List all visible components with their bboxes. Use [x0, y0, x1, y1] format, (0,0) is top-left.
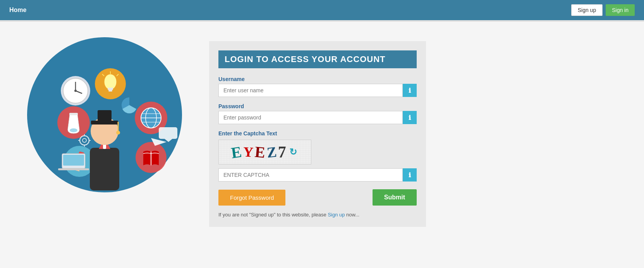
username-label: Username — [218, 76, 417, 82]
header-buttons: Sign up Sign in — [571, 4, 635, 16]
captcha-image: E Y E Z 7 ↻ — [218, 140, 311, 164]
svg-rect-43 — [91, 121, 118, 124]
svg-point-7 — [104, 74, 117, 90]
form-actions: Forgot Password Submit — [218, 189, 417, 206]
captcha-label: Enter the Captcha Text — [218, 130, 417, 137]
login-title: LOGIN TO ACCESS YOUR ACCOUNT — [218, 50, 417, 68]
captcha-letter-y: Y — [243, 144, 255, 161]
svg-rect-9 — [108, 90, 112, 92]
signup-button[interactable]: Sign up — [571, 4, 603, 16]
header: Home Sign up Sign in — [0, 0, 644, 20]
username-input-row: ℹ — [218, 84, 417, 97]
password-group: Password ℹ — [218, 103, 417, 124]
svg-rect-27 — [63, 155, 84, 166]
svg-point-46 — [116, 131, 120, 135]
illustration-svg — [23, 33, 186, 196]
signup-text-prefix: If you are not "Signed up" to this websi… — [218, 212, 328, 218]
signup-link[interactable]: Sign up — [328, 212, 345, 218]
captcha-letter-e: E — [230, 142, 244, 162]
main-content: LOGIN TO ACCESS YOUR ACCOUNT Username ℹ … — [0, 22, 644, 254]
captcha-input-row: ℹ — [218, 168, 417, 182]
captcha-section: Enter the Captcha Text E Y E Z 7 ↻ ℹ — [218, 130, 417, 182]
home-link[interactable]: Home — [9, 7, 26, 14]
svg-rect-14 — [69, 113, 78, 115]
submit-button[interactable]: Submit — [373, 189, 417, 206]
captcha-info-button[interactable]: ℹ — [403, 168, 417, 182]
signup-prompt: If you are not "Signed up" to this websi… — [218, 212, 417, 218]
password-input-row: ℹ — [218, 111, 417, 124]
forgot-password-button[interactable]: Forgot Password — [218, 190, 285, 206]
password-info-button[interactable]: ℹ — [403, 111, 417, 124]
signup-text-suffix: now... — [345, 212, 360, 218]
svg-rect-44 — [98, 110, 112, 121]
svg-rect-8 — [108, 88, 113, 90]
svg-point-5 — [74, 90, 77, 92]
username-info-button[interactable]: ℹ — [403, 84, 417, 97]
svg-point-15 — [70, 128, 77, 132]
username-group: Username ℹ — [218, 76, 417, 97]
captcha-letter-e2: E — [254, 142, 268, 161]
svg-rect-28 — [58, 168, 89, 170]
captcha-refresh-icon[interactable]: ↻ — [289, 147, 299, 157]
password-label: Password — [218, 103, 417, 109]
captcha-letter-z: Z — [266, 143, 279, 161]
captcha-input[interactable] — [218, 168, 403, 182]
svg-rect-39 — [90, 148, 119, 190]
password-input[interactable] — [218, 111, 403, 124]
signin-button[interactable]: Sign in — [606, 4, 635, 16]
svg-rect-31 — [159, 127, 177, 139]
captcha-letter-7: 7 — [278, 143, 288, 161]
login-panel: LOGIN TO ACCESS YOUR ACCOUNT Username ℹ … — [209, 41, 426, 227]
illustration-area — [23, 33, 186, 196]
username-input[interactable] — [218, 84, 403, 97]
